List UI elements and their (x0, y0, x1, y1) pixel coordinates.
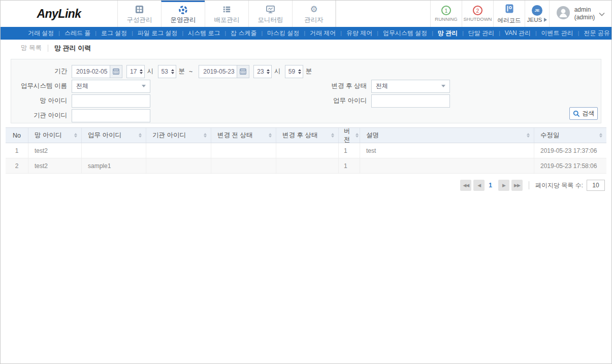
column-header[interactable]: 변경 후 상태 (276, 128, 339, 143)
menubar-item[interactable]: 유량 제어 (342, 29, 377, 38)
filter-row-netid: 망 아이디 업무 아이디 (11, 94, 601, 108)
column-header[interactable]: 설명 (360, 128, 534, 143)
menubar-item[interactable]: 이벤트 관리 (537, 29, 578, 38)
table-row[interactable]: 1test21test2019-05-23 17:37:06 (6, 143, 606, 158)
minute-to-value[interactable] (288, 68, 297, 75)
net-id-input[interactable] (72, 94, 150, 108)
sort-icon[interactable] (329, 133, 334, 138)
menubar-item[interactable]: 스레드 풀 (60, 29, 95, 38)
prev-page-button[interactable]: ◀ (473, 180, 485, 191)
calendar-icon[interactable] (237, 65, 249, 78)
menubar-item[interactable]: 거래 설정 (23, 29, 58, 38)
menubar-item[interactable]: 파일 로그 설정 (133, 29, 182, 38)
menubar-item[interactable]: 마스킹 설정 (263, 29, 304, 38)
table-cell: test (360, 143, 534, 158)
pagination: ◀◀ ◀ 1 ▶ ▶▶ 페이지당 목록 수: (1, 180, 605, 191)
jeus-label: JEUS (527, 17, 542, 23)
hour-to-stepper[interactable] (253, 65, 272, 78)
biz-id-input[interactable] (371, 94, 450, 108)
breadcrumb-item-net-history[interactable]: 망 관리 이력 (54, 44, 91, 53)
tab-label: 관리자 (304, 16, 324, 24)
column-header[interactable]: 수정일 (534, 128, 606, 143)
prev-page-icon: ◀ (477, 183, 480, 188)
filter-panel: 기간 2019-02-05 시 분 ~ 2019-05-23 (11, 59, 601, 123)
hour-to-value[interactable] (257, 68, 265, 75)
first-page-button[interactable]: ◀◀ (460, 180, 471, 191)
tab-admin[interactable]: ⚙ 관리자 (292, 1, 336, 27)
column-header-label: 업무 아이디 (88, 131, 121, 140)
org-id-input[interactable] (72, 109, 150, 122)
play-icon (544, 18, 547, 22)
next-page-button[interactable]: ▶ (498, 180, 509, 191)
per-page-input[interactable] (587, 180, 605, 191)
column-header[interactable]: 망 아이디 (28, 128, 82, 143)
search-button-label: 검색 (583, 109, 595, 118)
menubar-item[interactable]: 단말 관리 (464, 29, 499, 38)
sort-icon[interactable] (525, 133, 530, 138)
system-name-select[interactable]: 전체 (72, 80, 150, 93)
sort-icon[interactable] (72, 133, 77, 138)
filter-row-system: 업무시스템 이름 전체 변경 후 상태 전체 (11, 79, 601, 93)
column-header-label: No (13, 132, 21, 139)
table-row[interactable]: 2test2sample112019-05-23 17:58:06 (6, 158, 606, 174)
current-page[interactable]: 1 (489, 182, 492, 189)
jeus-button[interactable]: JE JEUS (525, 1, 549, 27)
sort-icon[interactable] (137, 133, 142, 138)
breadcrumb-item-net-list[interactable]: 망 목록 (21, 44, 42, 52)
tab-operation-mgmt[interactable]: 운영관리 (161, 1, 205, 27)
calendar-icon[interactable] (110, 65, 122, 78)
menubar-item[interactable]: VAN 관리 (500, 29, 535, 38)
stepper-arrows-icon[interactable] (140, 69, 143, 74)
hour-from-stepper[interactable] (126, 65, 145, 78)
column-header[interactable]: 버전 (339, 128, 360, 143)
menubar-item[interactable]: 업무시스템 설정 (378, 29, 432, 38)
last-page-button[interactable]: ▶▶ (511, 180, 523, 191)
date-to-input[interactable]: 2019-05-23 (199, 65, 249, 78)
monitor-icon (266, 5, 275, 15)
errorcode-book-icon (504, 4, 514, 16)
column-header[interactable]: 업무 아이디 (82, 128, 146, 143)
table-cell: test2 (28, 158, 82, 173)
after-state-select[interactable]: 전체 (371, 80, 450, 93)
gear-icon: ⚙ (310, 5, 317, 15)
stepper-arrows-icon[interactable] (171, 69, 174, 74)
filter-row-period: 기간 2019-02-05 시 분 ~ 2019-05-23 (11, 64, 601, 78)
column-header[interactable]: 기관 아이디 (146, 128, 211, 143)
status-shutdown[interactable]: 2 SHUTDOWN (462, 1, 493, 27)
menubar-item[interactable]: 전문 공유 (579, 29, 612, 38)
minute-from-stepper[interactable] (158, 65, 176, 78)
date-from-input[interactable]: 2019-02-05 (72, 65, 122, 78)
tab-monitoring[interactable]: 모니터링 (248, 1, 292, 27)
table-cell: 2 (6, 158, 28, 173)
sort-icon[interactable] (353, 133, 359, 138)
column-header[interactable]: No (6, 128, 28, 143)
menubar-item[interactable]: 로그 설정 (96, 29, 132, 38)
menubar-item[interactable]: 망 관리 (433, 29, 462, 38)
tab-label: 운영관리 (171, 16, 196, 24)
grid-icon (135, 5, 144, 15)
menubar-item[interactable]: 시스템 로그 (183, 29, 224, 38)
caret-down-icon (441, 85, 445, 87)
stepper-arrows-icon[interactable] (298, 69, 301, 74)
user-menu[interactable]: admin (admin) (549, 1, 611, 27)
table-cell (211, 143, 276, 158)
menubar-item[interactable]: 잡 스케줄 (226, 29, 261, 38)
table-cell: sample1 (82, 158, 146, 173)
status-running[interactable]: 1 RUNNING (430, 1, 462, 27)
search-button[interactable]: 검색 (569, 107, 598, 120)
hour-from-value[interactable] (130, 68, 138, 75)
sort-icon[interactable] (202, 133, 207, 138)
tab-config-mgmt[interactable]: 구성관리 (117, 1, 161, 27)
minute-from-value[interactable] (162, 68, 170, 75)
per-page-label: 페이지당 목록 수: (535, 181, 583, 190)
sort-icon[interactable] (267, 133, 272, 138)
column-header[interactable]: 변경 전 상태 (211, 128, 276, 143)
stepper-arrows-icon[interactable] (267, 69, 270, 74)
errorcode-button[interactable]: 에러코드 (493, 1, 525, 27)
hour-unit-label: 시 (274, 67, 281, 76)
menubar-item[interactable]: 거래 제어 (305, 29, 340, 38)
sort-icon[interactable] (597, 133, 602, 138)
minute-to-stepper[interactable] (285, 65, 303, 78)
app-logo: AnyLink (37, 7, 81, 21)
tab-deploy-mgmt[interactable]: 배포관리 (205, 1, 248, 27)
